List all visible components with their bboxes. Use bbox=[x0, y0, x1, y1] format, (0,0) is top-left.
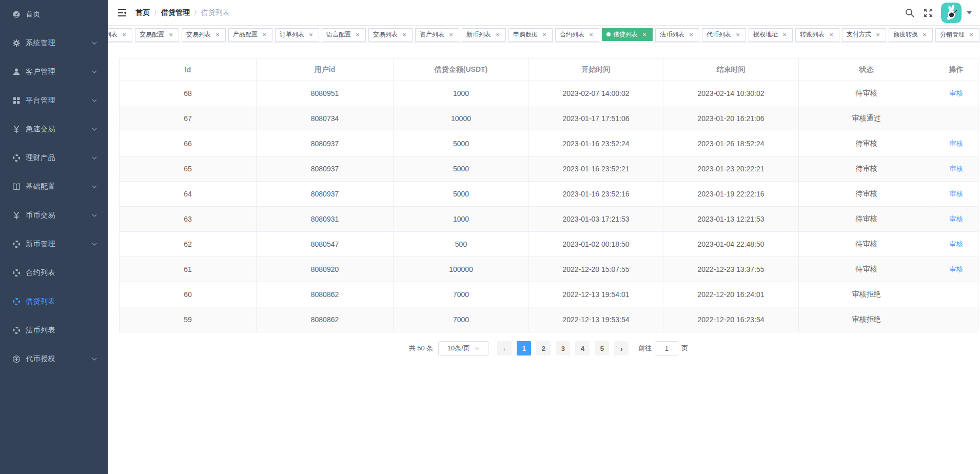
breadcrumb-item[interactable]: 借贷管理 bbox=[161, 8, 190, 17]
tag[interactable]: 额度转换× bbox=[889, 28, 933, 42]
tag[interactable]: 列表× bbox=[108, 28, 132, 42]
cell-amount: 1000 bbox=[394, 81, 529, 106]
review-link[interactable]: 审核 bbox=[950, 190, 963, 198]
cell-end: 2022-12-23 13:37:55 bbox=[663, 257, 799, 282]
tag-close-icon[interactable]: × bbox=[167, 31, 174, 38]
tag-label: 申购数据 bbox=[513, 30, 538, 39]
tag-close-icon[interactable]: × bbox=[214, 31, 221, 38]
cell-user_id: 8080734 bbox=[257, 106, 394, 131]
tag-close-icon[interactable]: × bbox=[354, 31, 361, 38]
tag[interactable]: 授权地址× bbox=[749, 28, 793, 42]
review-link[interactable]: 审核 bbox=[950, 165, 963, 172]
tag-active[interactable]: 借贷列表× bbox=[602, 28, 653, 41]
review-link[interactable]: 审核 bbox=[950, 265, 963, 273]
tag[interactable]: 支付方式× bbox=[842, 28, 886, 42]
tag-close-icon[interactable]: × bbox=[688, 31, 695, 38]
breadcrumb-item: 借贷列表 bbox=[201, 8, 230, 17]
page-size-select[interactable]: 10条/页 bbox=[438, 341, 488, 356]
tag-close-icon[interactable]: × bbox=[781, 31, 788, 38]
tether-icon bbox=[12, 355, 21, 363]
sidebar-item[interactable]: 币币交易 bbox=[0, 201, 108, 230]
goto-page-input[interactable] bbox=[655, 341, 678, 356]
goto-label: 前往 bbox=[638, 344, 652, 353]
cell-id: 65 bbox=[120, 156, 257, 182]
review-link[interactable]: 审核 bbox=[950, 89, 963, 97]
avatar[interactable] bbox=[941, 3, 962, 23]
tag-close-icon[interactable]: × bbox=[587, 31, 595, 38]
tag-close-icon[interactable]: × bbox=[121, 31, 128, 38]
tag[interactable]: 合约列表× bbox=[555, 28, 599, 42]
tag[interactable]: 代币列表× bbox=[702, 28, 746, 42]
app-root: 首页系统管理客户管理平台管理急速交易理财产品基础配置币币交易新币管理合约列表借贷… bbox=[0, 0, 980, 474]
breadcrumb-item[interactable]: 首页 bbox=[135, 8, 150, 17]
sidebar-item[interactable]: 借贷列表 bbox=[0, 287, 108, 316]
cell-user_id: 8080920 bbox=[257, 257, 394, 282]
tag[interactable]: 交易列表× bbox=[368, 28, 413, 42]
tag-close-icon[interactable]: × bbox=[494, 31, 501, 38]
sidebar-item[interactable]: 新币管理 bbox=[0, 230, 108, 259]
sidebar-item[interactable]: 理财产品 bbox=[0, 144, 108, 172]
fullscreen-icon[interactable] bbox=[924, 8, 933, 17]
tag-close-icon[interactable]: × bbox=[401, 31, 408, 38]
page-button[interactable]: 2 bbox=[536, 341, 551, 356]
sidebar-item[interactable]: 基础配置 bbox=[0, 172, 108, 201]
page-button-current[interactable]: 1 bbox=[517, 341, 531, 356]
next-page-button[interactable]: › bbox=[614, 341, 629, 356]
tag-close-icon[interactable]: × bbox=[447, 31, 455, 38]
tag-close-icon[interactable]: × bbox=[921, 31, 928, 38]
review-link[interactable]: 审核 bbox=[950, 140, 963, 147]
tag-label: 产品配置 bbox=[233, 30, 258, 39]
cell-id: 67 bbox=[120, 106, 257, 131]
sidebar-item[interactable]: 急速交易 bbox=[0, 115, 108, 144]
caret-down-icon[interactable] bbox=[967, 11, 972, 14]
tag[interactable]: 分销管理× bbox=[935, 28, 979, 42]
tag-close-icon[interactable]: × bbox=[641, 31, 648, 38]
review-link[interactable]: 审核 bbox=[950, 240, 963, 248]
tag[interactable]: 新币列表× bbox=[462, 28, 506, 42]
sidebar-item[interactable]: 法币列表 bbox=[0, 316, 108, 345]
cell-user_id: 8080937 bbox=[257, 182, 394, 207]
page-button[interactable]: 3 bbox=[556, 341, 570, 356]
page-button[interactable]: 5 bbox=[595, 341, 609, 356]
main-area: 首页/借贷管理/借贷列表 bbox=[108, 0, 980, 474]
chevron-down-icon bbox=[91, 126, 97, 132]
tag[interactable]: 交易列表× bbox=[182, 28, 226, 42]
tag[interactable]: 交易配置× bbox=[135, 28, 179, 42]
sidebar-item[interactable]: 系统管理 bbox=[0, 29, 108, 57]
cell-action: 审核 bbox=[934, 156, 978, 182]
cell-action: 审核 bbox=[934, 81, 978, 106]
cell-start: 2023-01-16 23:52:16 bbox=[529, 182, 663, 207]
review-link[interactable]: 审核 bbox=[950, 215, 963, 223]
page-button[interactable]: 4 bbox=[575, 341, 590, 356]
active-dot bbox=[606, 32, 611, 36]
cell-status: 待审核 bbox=[799, 182, 934, 207]
tag[interactable]: 语言配置× bbox=[322, 28, 366, 42]
sidebar-item[interactable]: 代币授权 bbox=[0, 345, 108, 373]
hamburger-fold-icon[interactable] bbox=[117, 8, 127, 18]
tag-close-icon[interactable]: × bbox=[734, 31, 741, 38]
cell-id: 68 bbox=[120, 81, 257, 106]
tag[interactable]: 订单列表× bbox=[275, 28, 319, 42]
tag-close-icon[interactable]: × bbox=[261, 31, 268, 38]
tag[interactable]: 产品配置× bbox=[228, 28, 272, 42]
tag[interactable]: 转账列表× bbox=[795, 28, 839, 42]
table-row: 6280805475002023-01-02 00:18:502023-01-0… bbox=[120, 232, 978, 257]
tag-close-icon[interactable]: × bbox=[307, 31, 315, 38]
tag-close-icon[interactable]: × bbox=[968, 31, 975, 38]
tag-close-icon[interactable]: × bbox=[541, 31, 548, 38]
sidebar-item[interactable]: 首页 bbox=[0, 0, 108, 29]
sidebar-item-label: 借贷列表 bbox=[26, 297, 97, 306]
tag[interactable]: 资产列表× bbox=[415, 28, 459, 42]
sidebar-item[interactable]: 客户管理 bbox=[0, 57, 108, 86]
prev-page-button[interactable]: ‹ bbox=[497, 341, 512, 356]
sidebar-item[interactable]: 平台管理 bbox=[0, 86, 108, 115]
tag-close-icon[interactable]: × bbox=[828, 31, 835, 38]
cell-action: 审核 bbox=[934, 232, 978, 257]
tag-label: 转账列表 bbox=[800, 30, 825, 39]
tag[interactable]: 法币列表× bbox=[655, 28, 699, 42]
tag[interactable]: 申购数据× bbox=[508, 28, 553, 42]
tag-close-icon[interactable]: × bbox=[874, 31, 881, 38]
search-icon[interactable] bbox=[905, 8, 914, 17]
tag-label: 订单列表 bbox=[280, 30, 304, 39]
sidebar-item[interactable]: 合约列表 bbox=[0, 259, 108, 287]
